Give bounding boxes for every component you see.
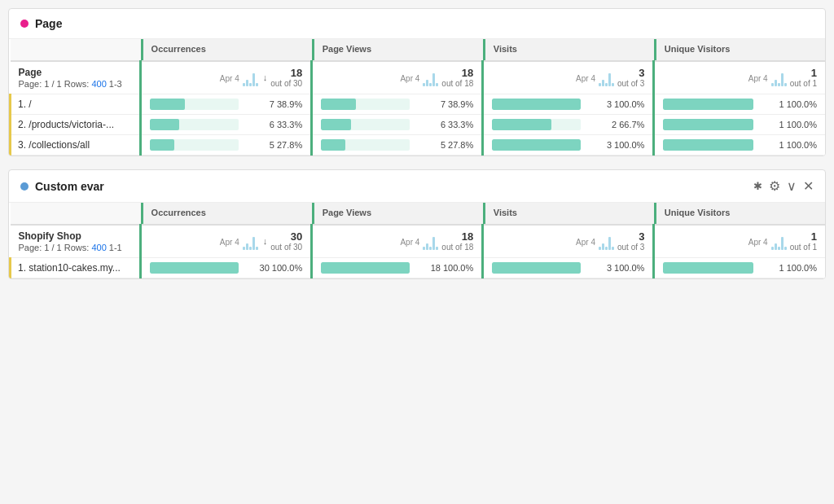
table-row: 2. /products/victoria-...6 33.3%6 33.3%2…: [11, 115, 826, 135]
metric-value-visits: 3out of 3: [617, 67, 644, 88]
sparkline-unique_visitors: [771, 232, 787, 250]
summary-metric-unique_visitors: Apr 41out of 1: [654, 225, 825, 258]
sparkline-occurrences: [243, 68, 258, 86]
sparkline-unique_visitors: [771, 68, 787, 86]
summary-sublabel: Page: 1 / 1 Rows: 400 1-1: [19, 243, 132, 252]
bar-label: 7 38.9%: [415, 99, 473, 109]
bar-label: 1 100.0%: [758, 263, 817, 273]
summary-label-cell: Shopify ShopPage: 1 / 1 Rows: 400 1-1: [11, 225, 141, 258]
bar-cell: 6 33.3%: [312, 115, 483, 135]
bar-label: 3 100.0%: [586, 140, 644, 150]
metric-value-occurrences: 18out of 30: [270, 67, 302, 88]
bar-cell: 5 27.8%: [312, 135, 483, 156]
bar-label: 30 100.0%: [244, 263, 302, 273]
metric-value-unique_visitors: 1out of 1: [790, 67, 817, 88]
bar-cell: 1 100.0%: [654, 115, 825, 135]
rows-link[interactable]: 400: [91, 243, 106, 252]
summary-row: PagePage: 1 / 1 Rows: 400 1-3Apr 4↓18out…: [11, 61, 826, 94]
bar-label: 3 100.0%: [586, 263, 644, 273]
summary-sublabel: Page: 1 / 1 Rows: 400 1-3: [19, 79, 132, 89]
table-row: 1. /7 38.9%7 38.9%3 100.0%1 100.0%: [11, 94, 826, 115]
bar-label: 18 100.0%: [415, 263, 473, 273]
col-header-unique-visitors: Unique Visitors: [654, 203, 825, 224]
metric-date-pageviews: Apr 4: [400, 238, 419, 247]
panel-dot: [20, 20, 29, 28]
col-header-unique-visitors: Unique Visitors: [654, 39, 825, 60]
close-button[interactable]: ✕: [803, 178, 814, 194]
summary-label: Shopify Shop: [19, 230, 132, 242]
bar-cell: 1 100.0%: [654, 135, 825, 156]
sparkline-visits: [599, 232, 614, 250]
col-header-page-views: Page Views: [312, 39, 483, 60]
bar-label: 6 33.3%: [244, 120, 302, 129]
bar-cell: 3 100.0%: [483, 135, 654, 156]
custom-evar-panel: Custom evar✱⚙∨✕OccurrencesPage ViewsVisi…: [8, 169, 826, 279]
table-row: 3. /collections/all5 27.8%5 27.8%3 100.0…: [11, 135, 826, 156]
metric-value-unique_visitors: 1out of 1: [790, 230, 817, 252]
summary-metric-visits: Apr 43out of 3: [483, 61, 654, 94]
bar-label: 1 100.0%: [758, 140, 817, 150]
bar-label: 1 100.0%: [758, 99, 817, 109]
summary-metric-occurrences: Apr 4↓18out of 30: [141, 61, 312, 94]
col-header-visits: Visits: [483, 203, 654, 224]
metric-date-occurrences: Apr 4: [220, 238, 239, 247]
metric-value-pageviews: 18out of 18: [441, 230, 473, 252]
bar-cell: 30 100.0%: [141, 258, 312, 278]
summary-metric-pageviews: Apr 418out of 18: [312, 61, 483, 94]
sparkline-pageviews: [423, 68, 438, 86]
bar-label: 5 27.8%: [415, 140, 473, 150]
metric-value-occurrences: 30out of 30: [270, 230, 302, 252]
metric-date-occurrences: Apr 4: [220, 74, 239, 83]
row-label: 2. /products/victoria-...: [11, 115, 141, 135]
panel-title: Page: [35, 17, 62, 30]
bar-cell: 5 27.8%: [141, 135, 312, 156]
metric-date-visits: Apr 4: [576, 74, 595, 83]
bar-cell: 6 33.3%: [141, 115, 312, 135]
row-label: 1. /: [11, 94, 141, 115]
metric-date-visits: Apr 4: [576, 238, 595, 247]
annotate-button[interactable]: ✱: [753, 180, 762, 192]
bar-cell: 7 38.9%: [312, 94, 483, 115]
row-label: 3. /collections/all: [11, 135, 141, 156]
metric-date-pageviews: Apr 4: [400, 74, 419, 83]
panel-actions: ✱⚙∨✕: [753, 178, 814, 194]
bar-label: 2 66.7%: [586, 120, 644, 129]
metric-value-visits: 3out of 3: [617, 230, 644, 252]
metric-value-pageviews: 18out of 18: [441, 67, 473, 88]
bar-cell: 1 100.0%: [654, 258, 825, 278]
summary-metric-unique_visitors: Apr 41out of 1: [654, 61, 825, 94]
sparkline-visits: [599, 68, 614, 86]
col-header-occurrences: Occurrences: [141, 203, 312, 224]
bar-label: 6 33.3%: [415, 120, 473, 129]
summary-row: Shopify ShopPage: 1 / 1 Rows: 400 1-1Apr…: [11, 225, 826, 258]
metric-date-unique_visitors: Apr 4: [748, 238, 768, 247]
bar-label: 7 38.9%: [244, 99, 302, 109]
summary-label: Page: [19, 67, 132, 78]
col-header-visits: Visits: [483, 39, 654, 60]
col-header-label: [11, 39, 141, 61]
col-header-page-views: Page Views: [312, 203, 483, 224]
sparkline-pageviews: [423, 232, 438, 250]
bar-cell: 1 100.0%: [654, 94, 825, 115]
metric-date-unique_visitors: Apr 4: [748, 74, 768, 83]
sort-arrow[interactable]: ↓: [263, 236, 268, 246]
bar-cell: 3 100.0%: [483, 94, 654, 115]
collapse-button[interactable]: ∨: [787, 178, 797, 194]
panel-header: Page: [9, 9, 825, 39]
settings-button[interactable]: ⚙: [769, 178, 780, 194]
bar-label: 3 100.0%: [586, 99, 644, 109]
table-row: 1. station10-cakes.my...30 100.0%18 100.…: [11, 258, 826, 278]
bar-cell: 18 100.0%: [312, 258, 483, 278]
summary-metric-pageviews: Apr 418out of 18: [312, 225, 483, 258]
bar-label: 1 100.0%: [758, 120, 817, 129]
sort-arrow[interactable]: ↓: [263, 72, 268, 82]
panel-dot: [20, 182, 29, 191]
summary-metric-occurrences: Apr 4↓30out of 30: [141, 225, 312, 258]
page-panel: PageOccurrencesPage ViewsVisitsUnique Vi…: [8, 8, 826, 156]
summary-metric-visits: Apr 43out of 3: [483, 225, 654, 258]
bar-cell: 7 38.9%: [141, 94, 312, 115]
bar-cell: 2 66.7%: [483, 115, 654, 135]
rows-link[interactable]: 400: [91, 79, 106, 89]
col-header-occurrences: Occurrences: [141, 39, 312, 60]
panel-title: Custom evar: [35, 180, 104, 193]
